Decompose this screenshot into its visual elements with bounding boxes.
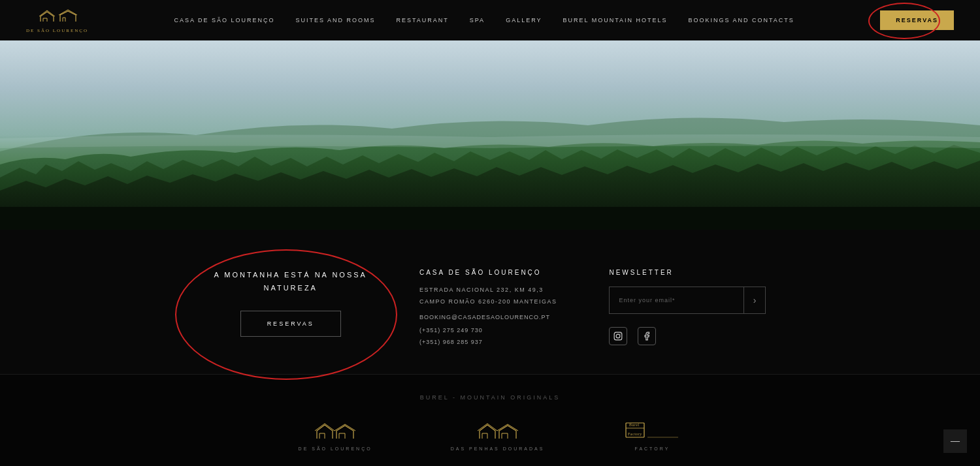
footer-main: A MONTANHA ESTÁ NA NOSSA NATUREZA RESERV…: [0, 230, 980, 374]
brand-csl[interactable]: DE SÃO LOURENÇO: [299, 419, 372, 451]
nav-gallery[interactable]: GALLERY: [506, 17, 542, 23]
reservas-header-button[interactable]: RESERVAS: [880, 10, 954, 30]
brands-title: BUREL - MOUNTAIN ORIGINALS: [0, 394, 980, 401]
scroll-top-icon: —: [951, 436, 960, 446]
logo[interactable]: DE SÃO LOURENÇO: [26, 7, 88, 33]
nav-burel[interactable]: BUREL MOUNTAIN HOTELS: [563, 17, 667, 23]
instagram-icon[interactable]: [609, 327, 627, 345]
footer-content: A MONTANHA ESTÁ NA NOSSA NATUREZA RESERV…: [131, 269, 849, 348]
footer-middle-col: CASA DE SÃO LOURENÇO ESTRADA NACIONAL 23…: [419, 269, 557, 348]
nav-restaurant[interactable]: RESTAURANT: [396, 17, 448, 23]
svg-point-3: [620, 334, 621, 334]
brand-burel[interactable]: Burel Factory FACTORY: [623, 419, 681, 451]
reservas-btn-wrapper: RESERVAS: [880, 10, 954, 30]
footer-right-col: NEWSLETTER ›: [609, 269, 766, 348]
brand-csl-label: DE SÃO LOURENÇO: [299, 446, 372, 451]
footer-tagline: A MONTANHA ESTÁ NA NOSSA NATUREZA: [214, 269, 367, 295]
hero-image: [0, 40, 980, 230]
main-nav: CASA DE SÃO LOURENÇO SUITES AND ROOMS RE…: [174, 17, 794, 23]
svg-point-2: [617, 334, 621, 338]
nav-casa[interactable]: CASA DE SÃO LOURENÇO: [174, 17, 274, 23]
facebook-icon[interactable]: [638, 327, 656, 345]
newsletter-label: NEWSLETTER: [609, 269, 673, 276]
footer-company-name: CASA DE SÃO LOURENÇO: [419, 269, 542, 276]
footer-address: ESTRADA NACIONAL 232, KM 49,3 CAMPO ROMÃ…: [419, 284, 557, 307]
footer-email[interactable]: BOOKING@CASADESAOLOURENCO.PT: [419, 314, 550, 320]
logo-subtitle: DE SÃO LOURENÇO: [26, 28, 88, 33]
social-icons: [609, 327, 656, 345]
nav-suites[interactable]: SUITES AND ROOMS: [295, 17, 375, 23]
newsletter-form: ›: [609, 287, 766, 314]
newsletter-email-input[interactable]: [610, 289, 743, 311]
brand-burel-label: FACTORY: [635, 446, 670, 451]
svg-text:Factory: Factory: [628, 432, 642, 436]
brand-cpd-label: DAS PENHAS DOURADAS: [451, 446, 545, 451]
site-header: DE SÃO LOURENÇO CASA DE SÃO LOURENÇO SUI…: [0, 0, 980, 40]
scroll-to-top-button[interactable]: —: [943, 429, 967, 453]
brands-row: DE SÃO LOURENÇO DAS PENHAS DOURADAS Bure…: [0, 419, 980, 451]
footer-phones: (+351) 275 249 730 (+351) 968 285 937: [419, 324, 483, 348]
footer-brands: BUREL - MOUNTAIN ORIGINALS DE SÃO LOUREN…: [0, 374, 980, 466]
footer-reservas-button[interactable]: RESERVAS: [240, 311, 341, 337]
nav-bookings[interactable]: BOOKINGS AND CONTACTS: [689, 17, 794, 23]
svg-rect-1: [615, 332, 623, 340]
footer-left-col: A MONTANHA ESTÁ NA NOSSA NATUREZA RESERV…: [214, 269, 367, 348]
nav-spa[interactable]: SPA: [470, 17, 485, 23]
brand-cpd[interactable]: DAS PENHAS DOURADAS: [451, 419, 545, 451]
newsletter-submit-button[interactable]: ›: [743, 287, 766, 313]
svg-text:Burel: Burel: [629, 423, 640, 427]
